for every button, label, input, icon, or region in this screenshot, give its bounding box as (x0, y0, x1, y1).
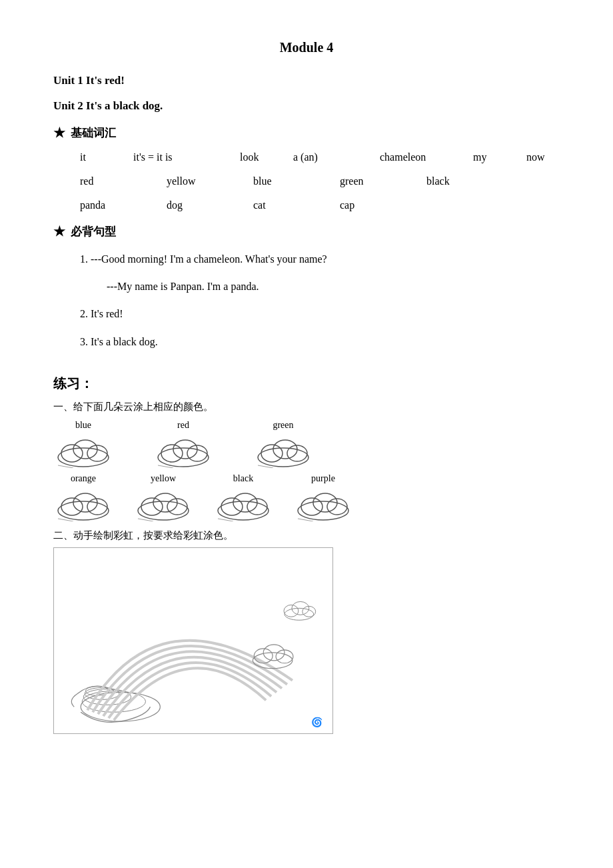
vocab-black: black (426, 175, 480, 187)
cloud-purple-svg (293, 487, 353, 521)
cloud-blue: blue (53, 420, 113, 468)
vocab-it: it (80, 151, 133, 163)
unit2-title: Unit 2 It's a black dog. (53, 99, 560, 113)
svg-text:🌀: 🌀 (311, 717, 323, 728)
cloud-orange: orange (53, 473, 113, 521)
vocab-section-header: ★ 基础词汇 (53, 125, 560, 141)
svg-point-27 (233, 493, 257, 512)
practice-section: 练习： 一、给下面几朵云涂上相应的颜色。 blue red (53, 375, 560, 734)
cloud-orange-svg (53, 487, 113, 521)
svg-point-2 (73, 440, 97, 459)
sentence-1: 1. ---Good morning! I'm a chameleon. Wha… (80, 250, 560, 268)
vocab-row-3: panda dog cat cap (80, 199, 560, 211)
svg-point-25 (218, 501, 269, 520)
cloud-black-label: black (233, 473, 253, 484)
svg-point-10 (258, 448, 308, 467)
cloud-orange-label: orange (71, 473, 96, 484)
sentence-1-sub: ---My name is Panpan. I'm a panda. (107, 277, 560, 295)
sentence-2-num: 2. (80, 308, 91, 319)
vocab-blue: blue (253, 175, 340, 187)
rainbow-drawing-box: 🌀 (53, 547, 333, 734)
cloud-yellow-svg (133, 487, 193, 521)
cloud-red-label: red (177, 420, 189, 431)
vocab-look: look (240, 151, 293, 163)
clouds-top-row: blue red (53, 420, 560, 468)
vocab-dog: dog (167, 199, 253, 211)
sentence-3-text: It's a black dog. (91, 336, 158, 347)
svg-point-16 (61, 498, 83, 515)
page-container: Module 4 Unit 1 It's red! Unit 2 It's a … (53, 40, 560, 734)
svg-point-21 (141, 498, 163, 515)
cloud-black-svg (213, 487, 273, 521)
cloud-red: red (153, 420, 213, 468)
svg-point-12 (273, 440, 297, 459)
clouds-bottom-row: orange yellow (53, 473, 560, 521)
unit1-title: Unit 1 It's red! (53, 74, 560, 87)
vocab-row-2: red yellow blue green black (80, 175, 560, 187)
vocab-cap: cap (340, 199, 393, 211)
vocab-red: red (80, 175, 167, 187)
vocab-yellow: yellow (167, 175, 253, 187)
sentence-3-num: 3. (80, 336, 91, 347)
sentence-3: 3. It's a black dog. (80, 333, 560, 351)
cloud-green-svg (253, 433, 313, 468)
svg-point-32 (313, 493, 337, 512)
cloud-red-svg (153, 433, 213, 468)
vocab-cat: cat (253, 199, 340, 211)
cloud-purple-label: purple (311, 473, 335, 484)
cloud-yellow: yellow (133, 473, 193, 521)
svg-point-15 (58, 501, 109, 520)
cloud-black: black (213, 473, 273, 521)
svg-point-1 (61, 445, 83, 462)
svg-point-6 (161, 445, 183, 462)
cloud-blue-svg (53, 433, 113, 468)
svg-point-22 (153, 493, 177, 512)
cloud-purple: purple (293, 473, 353, 521)
vocab-my: my (473, 151, 526, 163)
svg-point-26 (221, 498, 243, 515)
vocab-green: green (340, 175, 426, 187)
vocab-chameleon: chameleon (380, 151, 473, 163)
vocab-a-an: a (an) (293, 151, 380, 163)
cloud-green-label: green (273, 420, 293, 431)
vocab-section-title: 基础词汇 (71, 125, 116, 141)
vocab-panda: panda (80, 199, 167, 211)
vocab-row-1: it it's = it is look a (an) chameleon my… (80, 151, 560, 163)
svg-point-5 (158, 448, 209, 467)
svg-point-11 (261, 445, 283, 462)
module-title: Module 4 (53, 40, 560, 55)
star-icon-vocab: ★ (53, 125, 65, 141)
rainbow-svg: 🌀 (54, 548, 332, 733)
sentences-section-title: 必背句型 (71, 224, 116, 239)
vocab-grid: it it's = it is look a (an) chameleon my… (80, 151, 560, 211)
sentences-section-header: ★ 必背句型 (53, 223, 560, 239)
svg-point-17 (73, 493, 97, 512)
sentence-1-text: ---Good morning! I'm a chameleon. What's… (91, 253, 327, 265)
svg-point-7 (173, 440, 197, 459)
exercise1-title: 一、给下面几朵云涂上相应的颜色。 (53, 401, 560, 413)
svg-point-20 (138, 501, 189, 520)
svg-point-0 (58, 448, 109, 467)
exercise2-title: 二、动手绘制彩虹，按要求给彩虹涂色。 (53, 529, 560, 542)
practice-title: 练习： (53, 375, 560, 393)
sentence-2: 2. It's red! (80, 305, 560, 323)
cloud-blue-label: blue (75, 420, 91, 431)
svg-point-30 (298, 501, 348, 520)
star-icon-sentences: ★ (53, 223, 65, 239)
vocab-now: now (526, 151, 580, 163)
svg-point-31 (301, 498, 322, 515)
sentences-list: 1. ---Good morning! I'm a chameleon. Wha… (80, 250, 560, 351)
vocab-its-eq: it's = it is (133, 151, 240, 163)
cloud-green: green (253, 420, 313, 468)
cloud-yellow-label: yellow (151, 473, 176, 484)
clouds-container: blue red (53, 420, 560, 521)
sentence-2-text: It's red! (91, 308, 123, 319)
sentence-1-num: 1. (80, 253, 91, 265)
